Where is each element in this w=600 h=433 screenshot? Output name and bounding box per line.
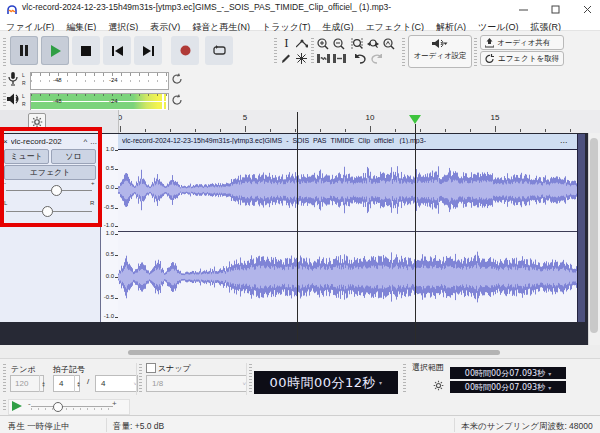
title-bar: vlc-record-2024-12-23-15h49m31s-[ytmp3.e… [0,0,600,16]
tools-grabber[interactable] [274,38,277,64]
snap-grabber[interactable] [139,364,142,394]
record-meter-grabber[interactable] [3,73,6,88]
play-meter-grabber[interactable] [3,93,6,108]
tempo-spinner[interactable]: ▲▼ [39,375,47,392]
zoom-selection-button[interactable] [350,37,364,50]
timesig-lower-select[interactable]: 4˅ [95,375,138,392]
audio-setup-grabber[interactable] [402,38,405,66]
envelope-tool-button[interactable] [295,37,308,50]
playback-status: 再生 一時停止中 [8,421,70,433]
ruler-tick [570,129,571,132]
share-grabber[interactable] [474,38,477,66]
snap-select[interactable]: 1/8˅ [146,375,247,392]
playhead-marker[interactable] [409,115,421,124]
bottom-toolbar: テンポ 120 ▲▼ 拍子記号 4 ▲▼ / 4˅ スナップ 1/8˅ 00時間… [0,358,600,399]
multi-tool-button[interactable] [295,52,308,65]
speaker-icon [7,93,20,105]
speed-grabber[interactable] [3,400,6,412]
speed-slider[interactable] [31,406,113,407]
ruler-tick [270,129,271,132]
chevron-down-icon: ▾ [379,379,383,386]
channel-divider [118,231,577,232]
scale-tick [115,317,118,318]
share-audio-button[interactable]: オーディオ共有 [480,35,564,50]
snap-checkbox[interactable] [146,363,156,373]
silence-audio-icon [333,54,346,63]
scale-tick [115,226,118,227]
toolbar-area: I オーディオ [0,31,600,110]
skip-to-end-icon [143,46,154,56]
trim-audio-button[interactable] [316,52,330,65]
silence-audio-button[interactable] [332,52,346,65]
speed-slider-thumb[interactable] [53,402,63,412]
time-display[interactable]: 00時間00分12秒▾ [254,371,398,394]
play-at-speed-button[interactable] [12,401,22,411]
close-button[interactable] [572,0,600,15]
play-meter-options-icon[interactable] [171,94,183,106]
playback-meter[interactable]: -48 -24 [30,93,169,111]
selection-end-display[interactable]: 00時間00分07.093秒▾ [450,381,566,393]
maximize-button[interactable] [540,0,570,15]
trim-audio-icon [317,54,330,63]
vertical-scrollbar-thumb[interactable] [590,138,598,333]
edit-grabber[interactable] [311,38,314,64]
zoom-in-icon [317,38,329,50]
record-meter[interactable]: -48 -24 [30,72,169,90]
clip-title: vlc-record-2024-12-23-15h49m31s-[ytmp3.e… [122,137,426,144]
loop-icon [213,45,226,56]
selection-start-display[interactable]: 00時間00分07.093秒▾ [450,367,566,379]
skip-to-start-button[interactable] [103,36,131,65]
record-meter-options-icon[interactable] [171,73,183,85]
pencil-icon [281,53,292,64]
pause-button[interactable] [10,36,38,65]
zoom-fit-button[interactable] [366,37,380,50]
timesig-upper-spinner[interactable]: ▲▼ [74,375,82,392]
upload-icon [485,38,494,48]
transport-grabber[interactable] [3,38,6,66]
minimize-button[interactable] [508,0,538,15]
ruler-tick [470,129,471,132]
scale-tick [115,169,118,170]
timesig-grabber[interactable] [3,364,6,394]
clip-menu-button[interactable]: ... [560,135,568,145]
scale-label: -1.0 [99,313,114,319]
time-grabber[interactable] [249,364,252,394]
ruler-tick [195,129,196,132]
audio-setup-label: オーディオ設定 [409,51,471,60]
ruler-tick [120,126,121,132]
microphone-icon [8,72,18,87]
scale-tick [115,277,118,278]
stop-button[interactable] [72,36,100,65]
undo-button[interactable] [353,52,367,65]
waveform-canvas[interactable] [118,150,577,322]
skip-to-start-icon [112,46,123,56]
ibeam-icon: I [284,37,288,50]
get-effects-button[interactable]: エフェクトを取得 [480,51,564,66]
ruler-tick [495,126,496,132]
redo-button[interactable] [369,52,383,65]
ruler-tick [370,126,371,132]
selection-tool-button[interactable]: I [280,37,293,50]
zoom-in-button[interactable] [316,37,330,50]
ruler-tick [395,129,396,132]
ruler-tick-label: 10 [366,113,375,122]
ruler-tick [345,129,346,132]
record-icon [180,45,191,56]
speaker-setup-icon [409,38,471,51]
zoom-toggle-button[interactable] [382,37,396,50]
selection-options-button[interactable] [433,380,444,391]
horizontal-scrollbar-thumb[interactable] [128,350,500,355]
scale-label: 0.5 [99,251,114,257]
audio-setup-button[interactable]: オーディオ設定 [408,35,472,68]
selection-grabber[interactable] [403,364,406,394]
draw-tool-button[interactable] [280,52,293,65]
play-button[interactable] [41,36,69,65]
ruler-tick [295,129,296,132]
share-audio-label: オーディオ共有 [497,38,550,48]
loop-button[interactable] [205,36,233,65]
zoom-out-button[interactable] [332,37,346,50]
skip-to-end-button[interactable] [134,36,162,65]
ruler-tick [545,129,546,132]
audio-clip[interactable] [118,134,577,322]
record-button[interactable] [171,36,199,65]
